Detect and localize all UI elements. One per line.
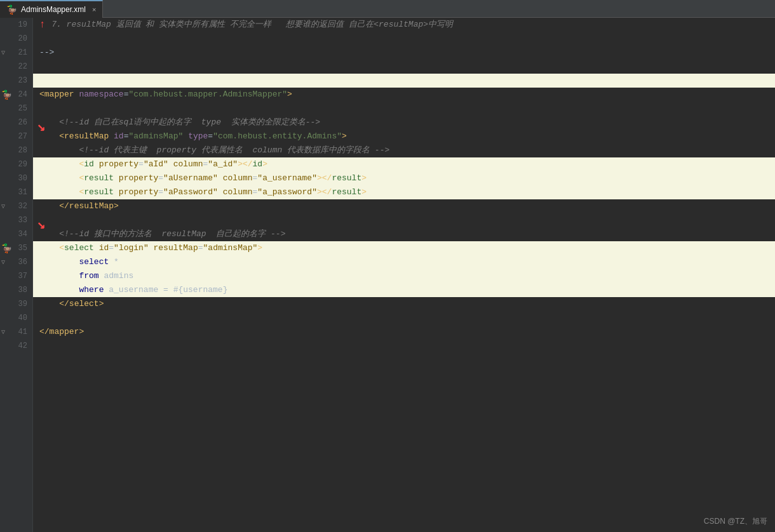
code-line-20 bbox=[33, 32, 775, 46]
line-number-37: 37 bbox=[0, 269, 32, 283]
line-num-label: 27 bbox=[18, 132, 27, 141]
line-num-label: 35 bbox=[18, 244, 27, 253]
code-line-40 bbox=[33, 311, 775, 325]
arrow-up-icon: ↑ bbox=[39, 18, 51, 32]
code-line-19: ↑ 7. resultMap 返回值 和 实体类中所有属性 不完全一样 想要谁的… bbox=[33, 18, 775, 32]
tab-close-btn[interactable]: × bbox=[92, 6, 96, 13]
code-line-41: </mapper> bbox=[33, 325, 775, 339]
code-line-21: --> bbox=[33, 46, 775, 60]
code-line-27: <resultMap id="adminsMap" type="com.hebu… bbox=[33, 130, 775, 143]
code-line-30: <result property="aUsername" column="a_u… bbox=[33, 171, 775, 185]
line-num-label: 36 bbox=[18, 258, 27, 267]
code-line-32: </resultMap> bbox=[33, 199, 775, 213]
line-number-28: 28 bbox=[0, 143, 32, 157]
code-line-34: <!--id 接口中的方法名 resultMap 自己起的名字 --> bbox=[33, 227, 775, 241]
line-numbers: 1920▽212223🦆2425262728293031▽323334🦆35▽3… bbox=[0, 18, 33, 532]
line-num-label: 31 bbox=[18, 188, 27, 197]
line-number-19: 19 bbox=[0, 18, 32, 32]
line-num-label: 33 bbox=[18, 216, 27, 225]
line-number-32: ▽32 bbox=[0, 199, 32, 213]
editor-container: 1920▽212223🦆2425262728293031▽323334🦆35▽3… bbox=[0, 18, 775, 532]
fold-icon[interactable]: ▽ bbox=[1, 258, 5, 266]
code-line-35: <select id="login" resultMap="adminsMap"… bbox=[33, 241, 775, 255]
code-line-26: <!--id 自己在sql语句中起的名字 type 实体类的全限定类名--> bbox=[33, 116, 775, 130]
tab-filename: AdminsMapper.xml bbox=[21, 5, 86, 14]
duck-icon: 🦆 bbox=[1, 90, 12, 100]
line-num-label: 42 bbox=[18, 342, 27, 350]
code-line-23 bbox=[33, 74, 775, 88]
line-num-label: 28 bbox=[18, 146, 27, 155]
line-num-label: 41 bbox=[18, 328, 27, 336]
line-number-20: 20 bbox=[0, 32, 32, 46]
code-line-36: select * bbox=[33, 255, 775, 269]
tab-bar: 🦆 AdminsMapper.xml × bbox=[0, 0, 775, 18]
line-num-label: 21 bbox=[18, 48, 27, 57]
fold-icon[interactable]: ▽ bbox=[1, 49, 5, 57]
line-num-label: 34 bbox=[18, 230, 27, 239]
line-number-30: 30 bbox=[0, 171, 32, 185]
code-area[interactable]: ↑ 7. resultMap 返回值 和 实体类中所有属性 不完全一样 想要谁的… bbox=[33, 18, 775, 532]
line-number-38: 38 bbox=[0, 283, 32, 297]
line-num-label: 37 bbox=[18, 272, 27, 281]
line-num-label: 23 bbox=[18, 76, 27, 85]
line-number-21: ▽21 bbox=[0, 46, 32, 60]
line-number-29: 29 bbox=[0, 157, 32, 171]
line-num-label: 30 bbox=[18, 174, 27, 183]
code-line-37: from admins bbox=[33, 269, 775, 283]
line-num-label: 25 bbox=[18, 104, 27, 113]
line-number-39: 39 bbox=[0, 297, 32, 311]
code-line-33 bbox=[33, 213, 775, 227]
line-num-label: 32 bbox=[18, 202, 27, 211]
line-number-22: 22 bbox=[0, 60, 32, 74]
line-num-label: 40 bbox=[18, 314, 27, 323]
line-number-23: 23 bbox=[0, 74, 32, 88]
line-num-label: 26 bbox=[18, 118, 27, 127]
line-number-40: 40 bbox=[0, 311, 32, 325]
line-num-label: 19 bbox=[18, 20, 27, 29]
line-num-label: 29 bbox=[18, 160, 27, 169]
code-line-24: <mapper namespace="com.hebust.mapper.Adm… bbox=[33, 88, 775, 102]
code-line-42 bbox=[33, 339, 775, 353]
tab-duck-icon: 🦆 bbox=[6, 4, 17, 15]
line-number-27: 27 bbox=[0, 130, 32, 143]
line-number-41: ▽41 bbox=[0, 325, 32, 339]
line-num-label: 24 bbox=[18, 90, 27, 99]
line-number-33: 33 bbox=[0, 213, 32, 227]
line-number-35: 🦆35 bbox=[0, 241, 32, 255]
code-line-25 bbox=[33, 102, 775, 116]
code-line-39: </select> bbox=[33, 297, 775, 311]
line-number-31: 31 bbox=[0, 185, 32, 199]
line-number-26: 26 bbox=[0, 116, 32, 130]
code-line-31: <result property="aPassword" column="a_p… bbox=[33, 185, 775, 199]
line-num-label: 38 bbox=[18, 286, 27, 295]
line-num-label: 20 bbox=[18, 34, 27, 43]
fold-icon[interactable]: ▽ bbox=[1, 328, 5, 336]
line-num-label: 22 bbox=[18, 62, 27, 71]
fold-icon[interactable]: ▽ bbox=[1, 203, 5, 210]
line-number-24: 🦆24 bbox=[0, 88, 32, 102]
line-number-36: ▽36 bbox=[0, 255, 32, 269]
code-line-29: <id property="aId" column="a_id"></id> bbox=[33, 157, 775, 171]
line-num-label: 39 bbox=[18, 300, 27, 309]
line-number-25: 25 bbox=[0, 102, 32, 116]
admins-mapper-tab[interactable]: 🦆 AdminsMapper.xml × bbox=[0, 0, 103, 18]
duck-icon: 🦆 bbox=[1, 243, 12, 254]
code-line-22 bbox=[33, 60, 775, 74]
code-line-28: <!--id 代表主键 property 代表属性名 column 代表数据库中… bbox=[33, 143, 775, 157]
line-number-42: 42 bbox=[0, 339, 32, 353]
watermark: CSDN @TZ、旭哥 bbox=[704, 516, 767, 527]
line-number-34: 34 bbox=[0, 227, 32, 241]
code-line-38: where a_username = #{username} bbox=[33, 283, 775, 297]
